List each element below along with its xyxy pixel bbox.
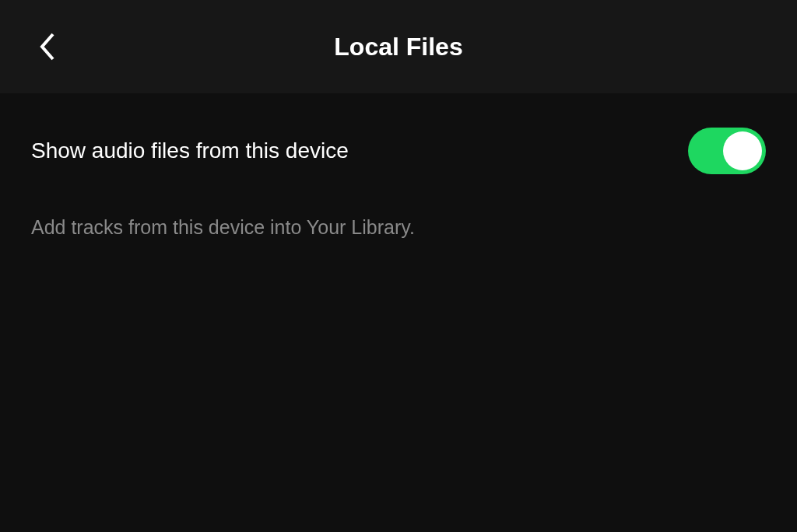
back-button[interactable] bbox=[31, 31, 62, 62]
setting-description: Add tracks from this device into Your Li… bbox=[31, 216, 766, 239]
chevron-left-icon bbox=[37, 31, 56, 62]
page-title: Local Files bbox=[0, 33, 797, 61]
header: Local Files bbox=[0, 0, 797, 93]
setting-row-show-audio: Show audio files from this device bbox=[31, 117, 766, 185]
toggle-knob bbox=[723, 131, 762, 170]
show-audio-files-label: Show audio files from this device bbox=[31, 138, 349, 163]
show-audio-toggle[interactable] bbox=[688, 128, 766, 174]
content-area: Show audio files from this device Add tr… bbox=[0, 93, 797, 262]
